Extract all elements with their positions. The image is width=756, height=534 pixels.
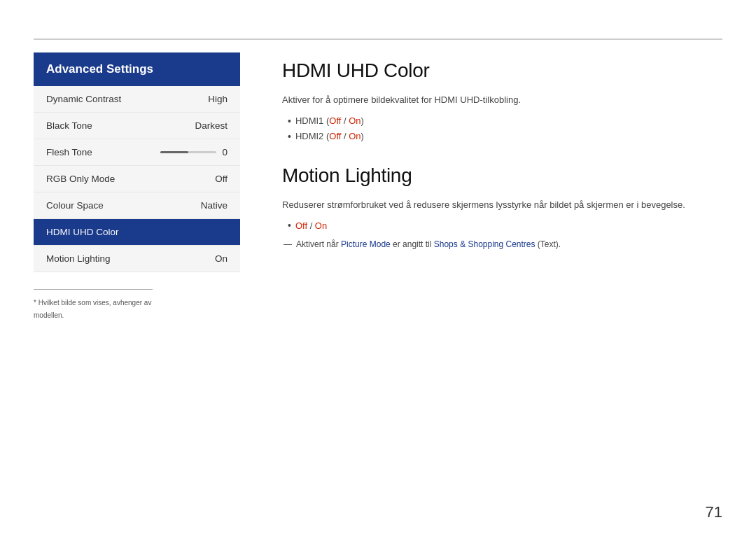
sidebar-item-black-tone[interactable]: Black Tone Darkest <box>34 113 240 139</box>
hdmi-section-title: HDMI UHD Color <box>282 59 722 82</box>
hdmi-bullet-1: HDMI1 (Off / On) <box>288 115 722 127</box>
motion-off-on-label: Off / On <box>295 220 327 231</box>
sidebar-header-label: Advanced Settings <box>46 62 153 76</box>
sidebar-item-dynamic-contrast[interactable]: Dynamic Contrast High <box>34 86 240 113</box>
sidebar-item-hdmi-uhd-color-label: HDMI UHD Color <box>46 227 119 237</box>
hdmi2-label: HDMI2 (Off / On) <box>295 131 364 141</box>
sidebar-item-colour-space-value: Native <box>201 200 227 211</box>
sidebar-item-rgb-only-mode-value: Off <box>215 174 227 184</box>
motion-section-title: Motion Lighting <box>282 164 722 187</box>
flesh-tone-value: 0 <box>222 147 227 157</box>
hdmi1-off-link[interactable]: Off <box>329 115 341 126</box>
footnote-container: * Hvilket bilde som vises, avhenger av m… <box>34 289 153 321</box>
flesh-tone-slider-area: 0 <box>160 147 227 157</box>
sidebar-item-black-tone-value: Darkest <box>195 120 227 131</box>
hdmi1-label: HDMI1 (Off / On) <box>295 115 364 126</box>
hdmi2-on-link[interactable]: On <box>349 131 360 141</box>
hdmi-bullet-list: HDMI1 (Off / On) HDMI2 (Off / On) <box>288 115 722 142</box>
sidebar: Advanced Settings Dynamic Contrast High … <box>34 52 240 506</box>
top-border <box>34 38 722 40</box>
motion-off-link[interactable]: Off <box>295 220 307 231</box>
motion-bullet-list: Off / On <box>288 220 722 231</box>
sidebar-item-motion-lighting[interactable]: Motion Lighting On <box>34 246 240 272</box>
sidebar-item-flesh-tone[interactable]: Flesh Tone 0 <box>34 139 240 166</box>
content-area: HDMI UHD Color Aktiver for å optimere bi… <box>282 52 722 506</box>
motion-bullet-1: Off / On <box>288 220 722 231</box>
picture-mode-link[interactable]: Picture Mode <box>341 239 391 249</box>
sidebar-item-dynamic-contrast-value: High <box>208 94 227 104</box>
sidebar-item-rgb-only-mode-label: RGB Only Mode <box>46 174 115 184</box>
motion-section: Motion Lighting Reduserer strømforbruket… <box>282 164 722 250</box>
sidebar-header: Advanced Settings <box>34 52 240 86</box>
hdmi-section: HDMI UHD Color Aktiver for å optimere bi… <box>282 59 722 142</box>
sidebar-item-colour-space-label: Colour Space <box>46 200 104 211</box>
page-number: 71 <box>706 503 722 521</box>
sidebar-item-black-tone-label: Black Tone <box>46 120 92 131</box>
motion-on-link[interactable]: On <box>315 220 327 231</box>
main-container: Advanced Settings Dynamic Contrast High … <box>34 52 722 506</box>
sidebar-item-dynamic-contrast-label: Dynamic Contrast <box>46 94 121 104</box>
sidebar-item-rgb-only-mode[interactable]: RGB Only Mode Off <box>34 166 240 192</box>
sidebar-item-hdmi-uhd-color[interactable]: HDMI UHD Color <box>34 219 240 246</box>
sidebar-item-motion-lighting-value: On <box>215 253 227 264</box>
hdmi-section-description: Aktiver for å optimere bildekvalitet for… <box>282 93 722 107</box>
sidebar-item-flesh-tone-label: Flesh Tone <box>46 147 92 157</box>
sidebar-item-colour-space[interactable]: Colour Space Native <box>34 192 240 219</box>
shops-link[interactable]: Shops & Shopping Centres <box>434 239 536 249</box>
hdmi-bullet-2: HDMI2 (Off / On) <box>288 131 722 142</box>
activated-note: Aktivert når Picture Mode er angitt til … <box>284 239 722 249</box>
motion-section-description: Reduserer strømforbruket ved å redusere … <box>282 198 722 212</box>
footnote-text: * Hvilket bilde som vises, avhenger av m… <box>34 299 151 319</box>
hdmi2-off-link[interactable]: Off <box>329 131 341 141</box>
hdmi1-on-link[interactable]: On <box>349 115 360 126</box>
activated-note-prefix: Aktivert når Picture Mode er angitt til … <box>296 239 561 249</box>
sidebar-item-motion-lighting-label: Motion Lighting <box>46 253 111 264</box>
flesh-tone-slider[interactable] <box>160 151 216 153</box>
